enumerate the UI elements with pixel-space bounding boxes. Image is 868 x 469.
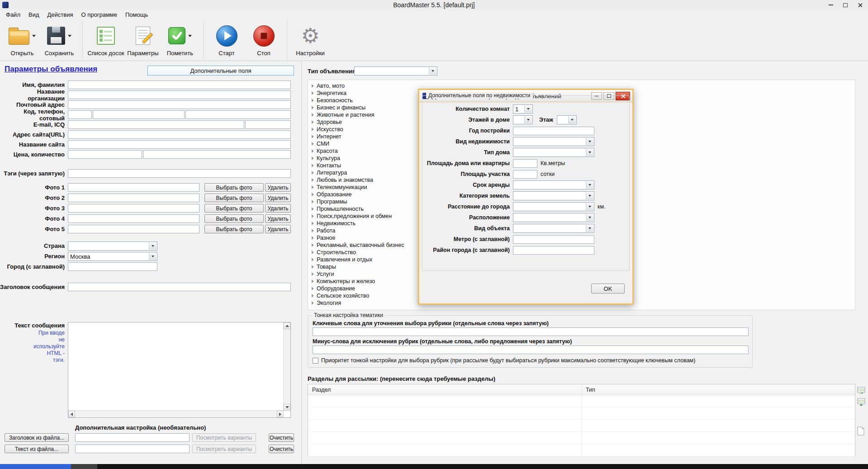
minimize-button[interactable] — [824, 0, 838, 10]
expand-arrow-icon[interactable] — [312, 280, 314, 283]
scroll-up-icon[interactable] — [284, 322, 290, 329]
photo-path-input[interactable] — [68, 225, 199, 233]
priority-checkbox[interactable] — [313, 358, 318, 364]
expand-arrow-icon[interactable] — [312, 128, 314, 131]
mark-button[interactable]: Пометить — [161, 21, 199, 57]
chevron-down-icon[interactable] — [568, 116, 576, 123]
taskbar-start-segment[interactable] — [0, 464, 71, 469]
rent-term-combo[interactable] — [513, 180, 594, 189]
title-bar[interactable]: BoardMaster 5.5. [default.prj] — [0, 0, 868, 10]
settings-button[interactable]: Настройки — [292, 21, 329, 57]
delete-photo-button[interactable]: Удалить — [265, 204, 291, 213]
delete-photo-button[interactable]: Удалить — [265, 214, 291, 223]
open-button[interactable]: Открыть — [4, 21, 41, 57]
expand-arrow-icon[interactable] — [312, 99, 314, 102]
location-combo[interactable] — [513, 213, 594, 222]
menu-item[interactable]: О программе — [77, 10, 121, 19]
ad-parameters-link[interactable]: Параметры объявления — [5, 65, 97, 74]
choose-photo-button[interactable]: Выбрать фото — [204, 225, 264, 233]
expand-arrow-icon[interactable] — [312, 149, 314, 153]
expand-arrow-icon[interactable] — [312, 287, 314, 290]
delete-photo-button[interactable]: Удалить — [265, 183, 291, 192]
document-icon[interactable] — [857, 426, 864, 436]
chevron-down-icon[interactable] — [586, 192, 593, 199]
sections-table[interactable]: Раздел Тип — [308, 384, 855, 456]
expand-arrow-icon[interactable] — [312, 272, 314, 276]
name-input[interactable] — [68, 81, 291, 89]
save-button[interactable]: Сохранить — [41, 21, 78, 57]
chevron-down-icon[interactable] — [149, 242, 157, 250]
object-kind-combo[interactable] — [513, 224, 594, 233]
scroll-left-icon[interactable] — [68, 411, 75, 417]
region-combo[interactable]: Москва — [68, 252, 157, 261]
phone-code-input[interactable] — [68, 110, 92, 119]
stop-button[interactable]: Стоп — [245, 21, 282, 57]
close-button[interactable] — [853, 0, 867, 10]
expand-arrow-icon[interactable] — [312, 135, 314, 138]
menu-item[interactable]: Помощь — [121, 10, 152, 19]
postal-input[interactable] — [68, 100, 291, 109]
photo-path-input[interactable] — [68, 194, 199, 202]
expand-arrow-icon[interactable] — [312, 222, 314, 225]
delete-photo-button[interactable]: Удалить — [265, 194, 291, 202]
title-from-file-input[interactable] — [75, 433, 190, 442]
add-section-icon[interactable] — [857, 387, 865, 395]
expand-arrow-icon[interactable] — [312, 294, 314, 298]
realty-kind-combo[interactable] — [513, 137, 594, 146]
expand-arrow-icon[interactable] — [312, 120, 314, 124]
expand-arrow-icon[interactable] — [312, 171, 314, 175]
expand-arrow-icon[interactable] — [312, 243, 314, 247]
phone-number-input[interactable] — [93, 110, 185, 119]
city-input[interactable] — [68, 262, 157, 271]
expand-arrow-icon[interactable] — [312, 265, 314, 269]
choose-photo-button[interactable]: Выбрать фото — [204, 194, 264, 202]
icq-input[interactable] — [245, 120, 291, 129]
expand-arrow-icon[interactable] — [312, 301, 314, 305]
choose-photo-button[interactable]: Выбрать фото — [204, 214, 264, 223]
tags-input[interactable] — [68, 169, 291, 178]
expand-arrow-icon[interactable] — [312, 207, 314, 211]
start-button[interactable]: Старт — [208, 21, 245, 57]
view-variants-button[interactable]: Посмотреть варианты — [192, 433, 256, 442]
photo-path-input[interactable] — [68, 214, 199, 223]
choose-photo-button[interactable]: Выбрать фото — [204, 183, 264, 192]
expand-arrow-icon[interactable] — [312, 156, 314, 160]
clear-title-button[interactable]: Очистить — [269, 433, 294, 442]
expand-arrow-icon[interactable] — [312, 200, 314, 204]
chevron-down-icon[interactable] — [586, 203, 593, 210]
parameters-button[interactable]: Параметры — [124, 21, 161, 57]
mobile-input[interactable] — [185, 110, 291, 119]
menu-item[interactable]: Действия — [43, 10, 77, 19]
chevron-down-icon[interactable] — [586, 225, 593, 232]
chevron-down-icon[interactable] — [586, 181, 593, 189]
expand-arrow-icon[interactable] — [312, 106, 314, 109]
year-input[interactable] — [513, 127, 594, 135]
maximize-button[interactable] — [838, 0, 853, 10]
view-variants-button[interactable]: Посмотреть варианты — [192, 445, 256, 453]
expand-arrow-icon[interactable] — [312, 258, 314, 261]
choose-photo-button[interactable]: Выбрать фото — [204, 204, 264, 213]
subject-input[interactable] — [68, 283, 291, 291]
country-combo[interactable] — [68, 242, 157, 251]
save-dropdown-icon[interactable] — [68, 35, 71, 37]
minus-words-input[interactable] — [313, 346, 749, 354]
mark-dropdown-icon[interactable] — [188, 35, 192, 37]
expand-arrow-icon[interactable] — [312, 236, 314, 240]
plot-area-input[interactable] — [513, 170, 537, 179]
message-body-textarea[interactable] — [68, 322, 291, 418]
city-distance-combo[interactable] — [513, 202, 594, 211]
open-dropdown-icon[interactable] — [32, 35, 36, 37]
chevron-down-icon[interactable] — [586, 149, 593, 156]
ok-button[interactable]: OK — [591, 284, 625, 294]
chevron-down-icon[interactable] — [429, 67, 436, 75]
clear-text-button[interactable]: Очистить — [269, 445, 294, 453]
expand-arrow-icon[interactable] — [312, 164, 314, 167]
keywords-input[interactable] — [313, 327, 749, 336]
metro-input[interactable] — [513, 235, 594, 244]
district-input[interactable] — [513, 246, 594, 255]
scroll-right-icon[interactable] — [277, 411, 284, 417]
expand-arrow-icon[interactable] — [312, 91, 314, 95]
org-input[interactable] — [68, 90, 291, 99]
expand-arrow-icon[interactable] — [312, 229, 314, 232]
photo-path-input[interactable] — [68, 183, 199, 192]
